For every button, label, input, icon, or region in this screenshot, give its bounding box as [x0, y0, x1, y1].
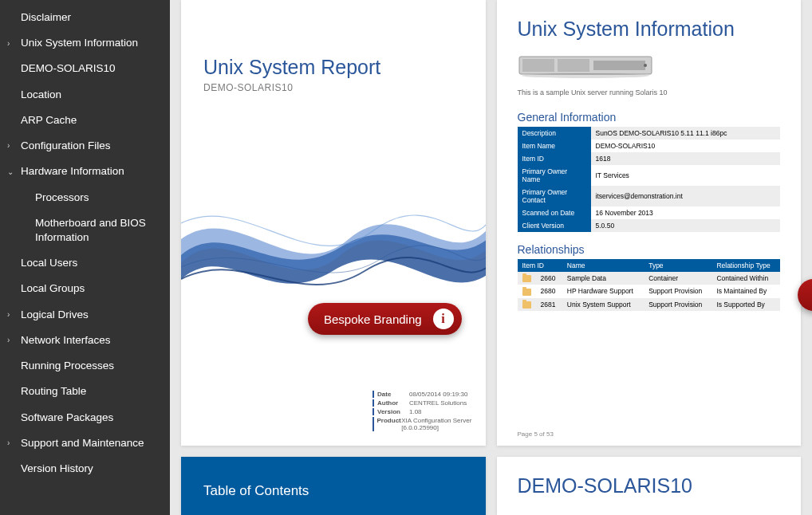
meta-label: Version	[377, 408, 409, 415]
table-value: IT Services	[591, 165, 781, 186]
row-icon	[518, 298, 536, 311]
toc-page: Table of Contents	[181, 457, 486, 515]
table-value: 16 November 2013	[591, 206, 781, 219]
cover-page: Unix System Report DEMO-SOLARIS10 Date08…	[181, 0, 486, 446]
table-key: Client Version	[518, 219, 591, 232]
general-info-table: DescriptionSunOS DEMO-SOLARIS10 5.11 11.…	[518, 127, 781, 232]
info-page: Unix System Information This is a sample…	[497, 0, 802, 446]
table-value: SunOS DEMO-SOLARIS10 5.11 11.1 i86pc	[591, 127, 781, 140]
table-row: 2660Sample DataContainerContained Within	[518, 272, 781, 285]
relationships-table: Item IDNameTypeRelationship Type2660Samp…	[518, 259, 781, 311]
table-value: 5.0.50	[591, 219, 781, 232]
row-icon	[518, 285, 536, 297]
sidebar-item[interactable]: ›Logical Drives	[0, 302, 170, 328]
svg-rect-2	[558, 59, 589, 72]
table-row: DescriptionSunOS DEMO-SOLARIS10 5.11 11.…	[518, 127, 781, 140]
toc-title: Table of Contents	[203, 483, 309, 499]
meta-label: Product	[377, 417, 402, 431]
sidebar-subitem[interactable]: Processors	[0, 185, 170, 210]
sidebar-item[interactable]: ⌄Hardware Information	[0, 159, 170, 184]
sidebar-item-label: Logical Drives	[21, 308, 89, 322]
relationships-section-title: Relationships	[518, 243, 781, 256]
sidebar-item[interactable]: Location	[0, 82, 170, 108]
info-icon: i	[433, 309, 454, 329]
sidebar-item-label: Location	[21, 88, 61, 102]
cell-item-id: 2660	[536, 272, 562, 285]
chevron-right-icon: ›	[7, 309, 10, 320]
sidebar-subitem[interactable]: Motherboard and BIOS Information	[0, 210, 170, 250]
table-header: Relationship Type	[711, 259, 780, 272]
table-row: Item ID1618	[518, 152, 781, 165]
table-row: Client Version5.0.50	[518, 219, 781, 232]
svg-point-5	[522, 73, 649, 78]
folder-icon	[522, 275, 531, 282]
demo-title: DEMO-SOLARIS10	[518, 474, 781, 497]
table-row: 2680HP Hardware SupportSupport Provision…	[518, 285, 781, 297]
sidebar-item[interactable]: Routing Table	[0, 379, 170, 404]
table-key: Primary Owner Contact	[518, 186, 591, 206]
sidebar-item-label: DEMO-SOLARIS10	[21, 61, 116, 76]
cover-title: Unix System Report	[203, 56, 463, 79]
sidebar-item[interactable]: Running Processes	[0, 353, 170, 379]
table-header: Type	[644, 259, 711, 272]
table-value: DEMO-SOLARIS10	[591, 140, 781, 152]
cell-type: Container	[644, 272, 711, 285]
cell-rel-type: Is Maintained By	[711, 285, 780, 297]
chevron-right-icon: ›	[7, 335, 10, 346]
sidebar-item-label: Software Packages	[21, 411, 113, 425]
sidebar-item[interactable]: Software Packages	[0, 405, 170, 430]
table-row: 2681Unix System SupportSupport Provision…	[518, 298, 781, 311]
sidebar-item[interactable]: Version History	[0, 456, 170, 482]
cell-item-id: 2680	[536, 285, 562, 297]
folder-icon	[522, 301, 531, 309]
chevron-right-icon: ›	[7, 38, 10, 49]
annotation-bespoke-branding[interactable]: Bespoke Branding i	[308, 303, 462, 335]
cell-name: Sample Data	[562, 272, 644, 285]
sidebar-item-label: Hardware Information	[21, 164, 124, 179]
svg-point-4	[644, 64, 647, 67]
right-column: Unix System Information This is a sample…	[497, 0, 802, 515]
sidebar-item-label: Local Users	[21, 256, 77, 270]
meta-label: Author	[377, 399, 409, 407]
cell-name: HP Hardware Support	[562, 285, 644, 297]
table-row: Item NameDEMO-SOLARIS10	[518, 140, 781, 152]
left-column: Unix System Report DEMO-SOLARIS10 Date08…	[181, 0, 486, 515]
sidebar-item[interactable]: ›Network Interfaces	[0, 328, 170, 353]
cell-rel-type: Is Supported By	[711, 298, 780, 311]
sidebar-item[interactable]: DEMO-SOLARIS10	[0, 56, 170, 81]
sidebar-item[interactable]: Disclaimer	[0, 5, 170, 30]
cover-meta-row: ProductXIA Configuration Server [6.0.0.2…	[372, 417, 486, 431]
meta-label: Date	[377, 391, 409, 398]
sidebar-item[interactable]: ›Unix System Information	[0, 30, 170, 56]
sidebar-item-label: Local Groups	[21, 281, 85, 296]
table-key: Description	[518, 127, 591, 140]
sidebar-item[interactable]: ›Support and Maintenance	[0, 430, 170, 456]
svg-rect-3	[593, 61, 645, 70]
demo-page: DEMO-SOLARIS10	[497, 457, 802, 515]
sidebar-item-label: Network Interfaces	[21, 333, 111, 348]
sidebar-item[interactable]: Local Groups	[0, 276, 170, 301]
meta-value: 08/05/2014 09:19:30	[409, 391, 467, 398]
folder-icon	[522, 289, 531, 296]
cell-name: Unix System Support	[562, 298, 644, 311]
chevron-right-icon: ›	[7, 140, 10, 151]
sidebar-item-label: Running Processes	[21, 359, 114, 373]
table-key: Primary Owner Name	[518, 165, 591, 186]
sidebar-item-label: Disclaimer	[21, 10, 71, 25]
sidebar-item-label: Version History	[21, 462, 93, 476]
sidebar-item-label: Configuration Files	[21, 139, 111, 153]
meta-value: XIA Configuration Server [6.0.0.25990]	[401, 417, 485, 431]
cell-type: Support Provision	[644, 285, 711, 297]
main-content: Unix System Report DEMO-SOLARIS10 Date08…	[170, 0, 812, 515]
sidebar-item[interactable]: ›Configuration Files	[0, 133, 170, 159]
sidebar-item-label: ARP Cache	[21, 113, 77, 128]
sidebar-item[interactable]: Local Users	[0, 250, 170, 276]
server-image	[518, 50, 653, 79]
cell-type: Support Provision	[644, 298, 711, 311]
chevron-right-icon: ›	[7, 438, 10, 449]
page-footer: Page 5 of 53	[518, 430, 554, 438]
table-header: Item ID	[518, 259, 562, 272]
general-section-title: General Information	[518, 111, 781, 124]
sidebar-item[interactable]: ARP Cache	[0, 108, 170, 133]
cover-meta: Date08/05/2014 09:19:30AuthorCENTREL Sol…	[372, 389, 486, 433]
